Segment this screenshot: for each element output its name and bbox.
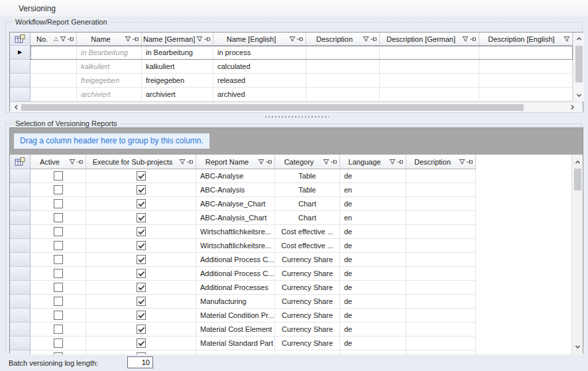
cell-description[interactable] (406, 225, 476, 239)
row-indicator[interactable] (10, 60, 30, 74)
active-checkbox[interactable] (54, 325, 63, 334)
execute-checkbox-cell[interactable] (86, 309, 196, 323)
active-checkbox[interactable] (54, 185, 63, 194)
cell-name[interactable]: in Bearbeitung (77, 46, 142, 60)
column-header-report-name[interactable]: Report Name (196, 155, 275, 169)
cell-report-name[interactable]: Wirtschaftlichkeitsre... (196, 239, 275, 253)
execute-checkbox[interactable] (137, 325, 146, 334)
filter-icon[interactable] (179, 159, 186, 165)
cell-description[interactable] (306, 88, 380, 102)
cell-name-german[interactable]: kalkuliert (142, 60, 213, 74)
execute-checkbox-cell[interactable] (86, 253, 196, 267)
cell-description[interactable] (406, 267, 476, 281)
table-row[interactable]: Wirtschaftlichkeitsre... Cost effective … (10, 225, 476, 239)
active-checkbox-cell[interactable] (30, 323, 86, 336)
cell-name[interactable]: kalkuliert (77, 60, 142, 74)
active-checkbox[interactable] (54, 213, 63, 222)
filter-icon[interactable] (459, 159, 465, 165)
active-checkbox-cell[interactable] (30, 169, 86, 183)
cell-description-german[interactable] (380, 46, 479, 60)
table-row[interactable]: ▶ in Bearbeitung in Bearbeitung in proce… (10, 46, 573, 60)
cell-report-name[interactable]: Material Condition Pr... (196, 309, 275, 323)
scroll-left-icon[interactable] (13, 104, 20, 111)
execute-checkbox-cell[interactable] (86, 169, 196, 183)
filter-icon[interactable] (289, 36, 296, 42)
cell-language[interactable]: en (340, 183, 406, 197)
customize-grid-button[interactable] (10, 155, 30, 169)
active-checkbox[interactable] (54, 269, 63, 278)
cell-language[interactable]: de (340, 323, 406, 336)
cell-report-name[interactable]: Material Standard Part (196, 336, 275, 350)
scroll-down-icon[interactable] (574, 343, 581, 350)
cell-description[interactable] (406, 239, 476, 253)
cell-report-name[interactable]: Additional Processes (196, 281, 275, 295)
cell-report-name[interactable]: Additional Process C... (196, 267, 275, 281)
table-row[interactable]: kalkuliert kalkuliert calculated (10, 60, 573, 74)
execute-checkbox[interactable] (137, 269, 146, 278)
execute-checkbox[interactable] (137, 227, 146, 236)
column-header-name[interactable]: Name (77, 33, 142, 46)
column-header-language[interactable]: Language (340, 155, 406, 169)
pin-icon[interactable] (331, 159, 337, 165)
cell-name[interactable]: freigegeben (77, 74, 142, 88)
cell-description[interactable] (406, 197, 476, 211)
execute-checkbox-cell[interactable] (86, 336, 196, 350)
cell-report-name[interactable]: Manufacturing (196, 295, 275, 309)
cell-report-name[interactable]: ABC-Analyse (196, 169, 275, 183)
cell-no[interactable] (30, 60, 77, 74)
cell-description[interactable] (406, 309, 476, 323)
table-row[interactable]: Additional Process C... Currency Share d… (10, 267, 476, 281)
cell-category[interactable]: Currency Share (275, 267, 340, 281)
column-header-no[interactable]: No. △ (30, 33, 77, 46)
table-row[interactable]: Material Standard Part Currency Share de (10, 336, 476, 350)
active-checkbox-cell[interactable] (30, 295, 86, 309)
cell-language[interactable]: de (340, 309, 406, 323)
cell-language[interactable]: de (340, 281, 406, 295)
active-checkbox[interactable] (54, 311, 63, 320)
row-indicator[interactable] (10, 336, 30, 350)
active-checkbox-cell[interactable] (30, 281, 86, 295)
cell-description[interactable] (406, 253, 476, 267)
cell-language[interactable]: de (340, 253, 406, 267)
cell-description[interactable] (406, 323, 476, 336)
cell-category[interactable]: Currency Share (275, 323, 340, 336)
execute-checkbox[interactable] (137, 311, 146, 320)
column-header-name-english[interactable]: Name [English] (213, 33, 306, 46)
execute-checkbox[interactable] (137, 185, 146, 194)
batch-versioning-log-length-input[interactable] (127, 356, 153, 368)
cell-category[interactable]: Currency Share (275, 336, 340, 350)
active-checkbox[interactable] (54, 283, 63, 292)
table-row[interactable]: Wirtschaftlichkeitsre... Cost effective … (10, 239, 476, 253)
active-checkbox-cell[interactable] (30, 239, 86, 253)
row-indicator[interactable] (10, 197, 30, 211)
cell-language[interactable]: de (340, 197, 406, 211)
cell-name-german[interactable]: in Bearbeitung (142, 46, 213, 60)
column-header-description[interactable]: Description (406, 155, 476, 169)
cell-description[interactable] (406, 295, 476, 309)
filter-icon[interactable] (563, 36, 570, 42)
scroll-up-icon[interactable] (575, 35, 583, 42)
filter-icon[interactable] (60, 36, 66, 42)
table-row[interactable]: ABC-Analyse_Chart Chart de (10, 197, 476, 211)
scrollbar-thumb[interactable] (575, 46, 583, 82)
cell-category[interactable]: Currency Share (275, 281, 340, 295)
filter-icon[interactable] (363, 36, 369, 42)
active-checkbox[interactable] (54, 241, 63, 250)
active-checkbox-cell[interactable] (30, 197, 86, 211)
pin-icon[interactable] (133, 36, 139, 42)
pin-icon[interactable] (467, 159, 473, 165)
row-indicator[interactable] (10, 281, 30, 295)
cell-category[interactable]: Currency Share (275, 253, 340, 267)
cell-category[interactable]: Currency Share (275, 309, 340, 323)
customize-grid-button[interactable] (10, 33, 30, 46)
scroll-up-icon[interactable] (574, 159, 581, 166)
table-row[interactable]: archiviert archiviert archived (10, 88, 573, 102)
filter-icon[interactable] (69, 159, 76, 165)
execute-checkbox-cell[interactable] (86, 225, 196, 239)
row-indicator[interactable] (10, 225, 30, 239)
cell-language[interactable]: en (340, 211, 406, 225)
cell-category[interactable]: Chart (275, 197, 340, 211)
splitter-grip[interactable] (265, 116, 329, 117)
table-row[interactable]: ABC-Analyse Table de (10, 169, 476, 183)
cell-no[interactable] (30, 46, 77, 60)
